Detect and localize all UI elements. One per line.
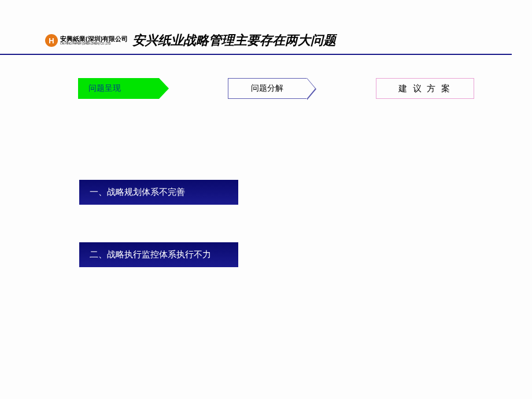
company-logo: H 安興紙業(深圳)有限公司 ON HING PAPER (SHEN ZHEN)… [45,34,128,47]
tab-suggested-plan: 建 议 方 案 [376,78,474,99]
issue-item-1: 一、战略规划体系不完善 [79,180,238,205]
logo-icon: H [45,34,58,47]
logo-company-en: ON HING PAPER (SHEN ZHEN) CO.,LTD. [60,42,128,45]
logo-text-block: 安興紙業(深圳)有限公司 ON HING PAPER (SHEN ZHEN) C… [60,36,128,45]
tab-label: 问题分解 [251,83,283,94]
issue-item-2: 二、战略执行监控体系执行不力 [79,242,238,267]
logo-letter: H [49,36,54,45]
process-tabs: 问题呈现 问题分解 建 议 方 案 [0,55,532,99]
content-area: 一、战略规划体系不完善 二、战略执行监控体系执行不力 [0,99,532,267]
tab-problem-present: 问题呈现 [78,78,159,99]
tab-problem-breakdown: 问题分解 [228,78,307,99]
slide-header: H 安興紙業(深圳)有限公司 ON HING PAPER (SHEN ZHEN)… [0,0,512,55]
slide-title: 安兴纸业战略管理主要存在两大问题 [132,32,336,49]
tab-label: 建 议 方 案 [398,83,452,94]
tab-label: 问题呈现 [88,83,121,94]
